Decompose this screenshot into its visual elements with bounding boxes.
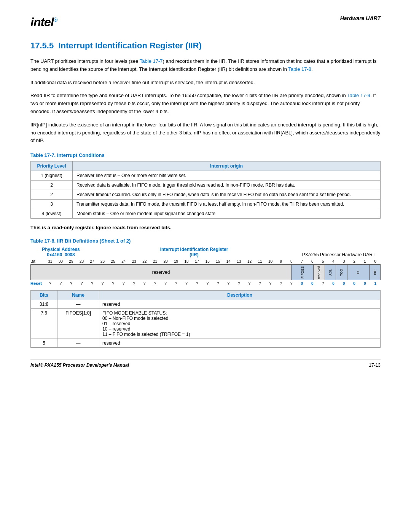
bits-value: 7:6 bbox=[31, 309, 57, 339]
bit-18: 18 bbox=[181, 259, 192, 264]
rv-24: ? bbox=[118, 281, 129, 286]
bit-25: 25 bbox=[108, 259, 118, 264]
bit-number-cells: 31 30 29 28 27 26 25 24 23 22 21 20 19 1… bbox=[45, 259, 381, 264]
priority-cell: 2 bbox=[31, 181, 73, 190]
rv-15: ? bbox=[213, 281, 223, 286]
rv-26: ? bbox=[97, 281, 108, 286]
bit-14: 14 bbox=[223, 259, 234, 264]
reserved-wide-cell: reserved bbox=[31, 265, 292, 280]
rv-10: ? bbox=[265, 281, 276, 286]
bit-13: 13 bbox=[234, 259, 244, 264]
reserved-bit5-cell: reserved bbox=[314, 265, 325, 280]
bit-7: 7 bbox=[297, 259, 307, 264]
paragraph-3: Read IIR to determine the type and sourc… bbox=[30, 92, 381, 115]
table-row: 31:8 — reserved bbox=[31, 300, 381, 309]
register-name-sub: (IIR) bbox=[91, 252, 297, 257]
bit-12: 12 bbox=[244, 259, 255, 264]
table-row: 1 (highest) Receiver line status – One o… bbox=[31, 171, 381, 181]
section-title: 17.5.5 Interrupt Identification Register… bbox=[30, 41, 381, 51]
origin-cell: Receiver line status – One or more error… bbox=[73, 171, 381, 181]
bits-desc: reserved bbox=[99, 339, 381, 348]
logo-el: el bbox=[44, 15, 54, 29]
priority-cell: 1 (highest) bbox=[31, 171, 73, 181]
footer-right: 17-13 bbox=[369, 363, 381, 368]
paragraph-2: If additional data is received before a … bbox=[30, 79, 381, 87]
page-footer: Intel® PXA255 Processor Developer's Manu… bbox=[30, 359, 381, 368]
rv-6: 0 bbox=[307, 281, 318, 286]
col-priority-level: Priority Level bbox=[31, 161, 73, 171]
col-name: Name bbox=[57, 291, 99, 300]
bit-definitions-table: Bits Name Description 31:8 — reserved 7:… bbox=[30, 290, 381, 348]
table-row: 2 Receiver timeout occurred. Occurs only… bbox=[31, 190, 381, 200]
logo-text: int bbox=[30, 15, 44, 29]
bit-31: 31 bbox=[45, 259, 56, 264]
bits-name: — bbox=[57, 300, 99, 309]
rv-9: ? bbox=[276, 281, 286, 286]
rv-4: 0 bbox=[328, 281, 339, 286]
rv-21: ? bbox=[150, 281, 161, 286]
bits-name: FIFOES[1:0] bbox=[57, 309, 99, 339]
rv-13: ? bbox=[234, 281, 244, 286]
rv-18: ? bbox=[181, 281, 192, 286]
fifo-status-line-3: 10 – reserved bbox=[102, 326, 377, 332]
reset-row: Reset ? ? ? ? ? ? ? ? ? ? ? ? ? ? ? ? ? … bbox=[30, 281, 381, 286]
section-title-text: Interrupt Identification Register (IIR) bbox=[58, 41, 201, 50]
fifo-status-line-4: 11 – FIFO mode is selected (TRFIFOE = 1) bbox=[102, 332, 377, 337]
rv-27: ? bbox=[87, 281, 97, 286]
reset-values: ? ? ? ? ? ? ? ? ? ? ? ? ? ? ? ? ? ? ? ? … bbox=[45, 281, 381, 286]
origin-cell: Received data is available. In FIFO mode… bbox=[73, 181, 381, 190]
reset-label: Reset bbox=[30, 281, 45, 286]
iid-cell: ID bbox=[347, 265, 370, 280]
rv-0: 1 bbox=[370, 281, 381, 286]
origin-cell: Receiver timeout occurred. Occurs only i… bbox=[73, 190, 381, 200]
nip-label: nIP bbox=[373, 270, 377, 275]
paragraph-4: IIR[nIP] indicates the existence of an i… bbox=[30, 121, 381, 145]
bit-30: 30 bbox=[56, 259, 66, 264]
bits-value: 5 bbox=[31, 339, 57, 348]
bit-29: 29 bbox=[66, 259, 76, 264]
processor-label: PXA255 Processor Hardware UART bbox=[297, 252, 381, 257]
rv-3: 0 bbox=[339, 281, 349, 286]
reserved2-label: reserved bbox=[317, 266, 321, 279]
interrupt-conditions-table: Priority Level Interrupt origin 1 (highe… bbox=[30, 161, 381, 219]
section-number: 17.5.5 bbox=[30, 41, 54, 50]
abl-cell: ABL bbox=[325, 265, 336, 280]
rv-23: ? bbox=[129, 281, 140, 286]
bit-15: 15 bbox=[213, 259, 223, 264]
fifo-status-line-0: FIFO MODE ENABLE STATUS: bbox=[102, 310, 377, 316]
table-17-9-link[interactable]: Table 17-9 bbox=[347, 93, 370, 98]
rv-22: ? bbox=[139, 281, 150, 286]
col-interrupt-origin: Interrupt origin bbox=[73, 161, 381, 171]
rv-7: 0 bbox=[297, 281, 307, 286]
table-17-7-link[interactable]: Table 17-7 bbox=[140, 58, 163, 64]
reserved-label: reserved bbox=[152, 270, 170, 275]
bit-3: 3 bbox=[339, 259, 349, 264]
bit-6: 6 bbox=[307, 259, 318, 264]
rv-16: ? bbox=[202, 281, 213, 286]
physical-address-label: Physical Address bbox=[30, 247, 91, 252]
fifo-status-line-1: 00 – Non-FIFO mode is selected bbox=[102, 316, 377, 321]
bit-8: 8 bbox=[286, 259, 297, 264]
table-17-8-title: Table 17-8. IIR Bit Definitions (Sheet 1… bbox=[30, 238, 381, 244]
fifo-status-line-2: 01 – reserved bbox=[102, 321, 377, 326]
rv-8: ? bbox=[286, 281, 297, 286]
bit-23: 23 bbox=[129, 259, 140, 264]
paragraph-1: The UART prioritizes interrupts in four … bbox=[30, 58, 381, 73]
physical-address-block: Physical Address 0x4160_0008 bbox=[30, 247, 91, 257]
bit-27: 27 bbox=[87, 259, 97, 264]
bit-19: 19 bbox=[171, 259, 182, 264]
table-row: 4 (lowest) Modem status – One or more mo… bbox=[31, 209, 381, 219]
fifoes-label: FIFOES bbox=[301, 266, 304, 279]
table-17-8-link[interactable]: Table 17-8 bbox=[288, 66, 311, 72]
rv-2: 0 bbox=[349, 281, 360, 286]
footer-left: Intel® PXA255 Processor Developer's Manu… bbox=[30, 363, 129, 368]
logo-dot: ® bbox=[54, 17, 57, 23]
bit-20: 20 bbox=[160, 259, 171, 264]
rv-14: ? bbox=[223, 281, 234, 286]
register-name-block: Interrupt Identification Register (IIR) bbox=[91, 247, 297, 257]
rv-17: ? bbox=[192, 281, 202, 286]
table-row: 7:6 FIFOES[1:0] FIFO MODE ENABLE STATUS:… bbox=[31, 309, 381, 339]
bit-5: 5 bbox=[318, 259, 328, 264]
bit-22: 22 bbox=[139, 259, 150, 264]
rv-28: ? bbox=[76, 281, 87, 286]
